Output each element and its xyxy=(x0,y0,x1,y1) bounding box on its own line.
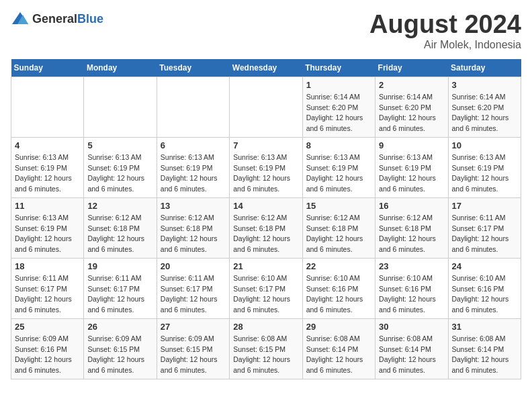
calendar-cell xyxy=(157,77,229,137)
day-header-wednesday: Wednesday xyxy=(230,59,302,77)
calendar-cell: 24Sunrise: 6:10 AM Sunset: 6:16 PM Dayli… xyxy=(448,258,521,318)
day-number: 20 xyxy=(161,261,226,271)
calendar-cell: 22Sunrise: 6:10 AM Sunset: 6:16 PM Dayli… xyxy=(302,258,375,318)
calendar-cell: 28Sunrise: 6:08 AM Sunset: 6:15 PM Dayli… xyxy=(230,318,302,379)
calendar-cell: 6Sunrise: 6:13 AM Sunset: 6:19 PM Daylig… xyxy=(157,137,229,197)
calendar-cell: 31Sunrise: 6:08 AM Sunset: 6:14 PM Dayli… xyxy=(448,318,521,379)
day-info: Sunrise: 6:10 AM Sunset: 6:16 PM Dayligh… xyxy=(306,273,371,316)
calendar-cell: 25Sunrise: 6:09 AM Sunset: 6:16 PM Dayli… xyxy=(11,318,84,379)
logo-text-general: General xyxy=(32,12,77,26)
title-block: August 2024 Air Molek, Indonesia xyxy=(369,11,521,51)
calendar-cell xyxy=(84,77,157,137)
day-number: 28 xyxy=(233,322,298,332)
calendar-cell xyxy=(230,77,302,137)
calendar-cell xyxy=(11,77,84,137)
day-number: 31 xyxy=(452,322,517,332)
calendar-cell: 14Sunrise: 6:12 AM Sunset: 6:18 PM Dayli… xyxy=(230,197,302,258)
day-info: Sunrise: 6:11 AM Sunset: 6:17 PM Dayligh… xyxy=(452,213,517,255)
day-info: Sunrise: 6:13 AM Sunset: 6:19 PM Dayligh… xyxy=(15,152,80,195)
logo: GeneralBlue xyxy=(11,11,103,27)
day-info: Sunrise: 6:12 AM Sunset: 6:18 PM Dayligh… xyxy=(233,213,298,255)
calendar-cell: 29Sunrise: 6:08 AM Sunset: 6:14 PM Dayli… xyxy=(302,318,375,379)
calendar-cell: 10Sunrise: 6:13 AM Sunset: 6:19 PM Dayli… xyxy=(448,137,521,197)
day-number: 4 xyxy=(15,140,80,150)
day-info: Sunrise: 6:13 AM Sunset: 6:19 PM Dayligh… xyxy=(87,152,152,195)
day-number: 15 xyxy=(306,201,371,211)
day-number: 14 xyxy=(233,201,298,211)
calendar-week-row: 11Sunrise: 6:13 AM Sunset: 6:19 PM Dayli… xyxy=(11,197,521,258)
day-info: Sunrise: 6:10 AM Sunset: 6:16 PM Dayligh… xyxy=(452,273,517,316)
day-number: 24 xyxy=(452,261,517,271)
calendar-cell: 5Sunrise: 6:13 AM Sunset: 6:19 PM Daylig… xyxy=(84,137,157,197)
day-header-tuesday: Tuesday xyxy=(157,59,229,77)
calendar-table: SundayMondayTuesdayWednesdayThursdayFrid… xyxy=(11,59,521,379)
day-number: 1 xyxy=(306,80,371,90)
day-number: 26 xyxy=(87,322,152,332)
day-number: 23 xyxy=(379,261,444,271)
calendar-cell: 21Sunrise: 6:10 AM Sunset: 6:17 PM Dayli… xyxy=(230,258,302,318)
day-info: Sunrise: 6:09 AM Sunset: 6:16 PM Dayligh… xyxy=(15,334,80,376)
calendar-cell: 8Sunrise: 6:13 AM Sunset: 6:19 PM Daylig… xyxy=(302,137,375,197)
day-info: Sunrise: 6:08 AM Sunset: 6:14 PM Dayligh… xyxy=(379,334,444,376)
calendar-cell: 16Sunrise: 6:12 AM Sunset: 6:18 PM Dayli… xyxy=(375,197,448,258)
logo-text-blue: Blue xyxy=(77,12,103,26)
page-subtitle: Air Molek, Indonesia xyxy=(369,39,521,51)
calendar-cell: 20Sunrise: 6:11 AM Sunset: 6:17 PM Dayli… xyxy=(157,258,229,318)
day-number: 2 xyxy=(379,80,444,90)
day-number: 12 xyxy=(87,201,152,211)
day-number: 3 xyxy=(452,80,517,90)
calendar-cell: 30Sunrise: 6:08 AM Sunset: 6:14 PM Dayli… xyxy=(375,318,448,379)
calendar-week-row: 18Sunrise: 6:11 AM Sunset: 6:17 PM Dayli… xyxy=(11,258,521,318)
day-header-saturday: Saturday xyxy=(448,59,521,77)
day-number: 30 xyxy=(379,322,444,332)
day-info: Sunrise: 6:10 AM Sunset: 6:16 PM Dayligh… xyxy=(379,273,444,316)
calendar-cell: 1Sunrise: 6:14 AM Sunset: 6:20 PM Daylig… xyxy=(302,77,375,137)
day-info: Sunrise: 6:13 AM Sunset: 6:19 PM Dayligh… xyxy=(233,152,298,195)
day-info: Sunrise: 6:12 AM Sunset: 6:18 PM Dayligh… xyxy=(379,213,444,255)
day-number: 29 xyxy=(306,322,371,332)
calendar-cell: 7Sunrise: 6:13 AM Sunset: 6:19 PM Daylig… xyxy=(230,137,302,197)
day-header-sunday: Sunday xyxy=(11,59,84,77)
day-number: 8 xyxy=(306,140,371,150)
day-info: Sunrise: 6:13 AM Sunset: 6:19 PM Dayligh… xyxy=(306,152,371,195)
logo-icon xyxy=(11,11,30,27)
day-number: 6 xyxy=(161,140,226,150)
calendar-cell: 3Sunrise: 6:14 AM Sunset: 6:20 PM Daylig… xyxy=(448,77,521,137)
calendar-cell: 17Sunrise: 6:11 AM Sunset: 6:17 PM Dayli… xyxy=(448,197,521,258)
calendar-cell: 11Sunrise: 6:13 AM Sunset: 6:19 PM Dayli… xyxy=(11,197,84,258)
day-number: 13 xyxy=(161,201,226,211)
day-number: 11 xyxy=(15,201,80,211)
day-number: 19 xyxy=(87,261,152,271)
calendar-cell: 9Sunrise: 6:13 AM Sunset: 6:19 PM Daylig… xyxy=(375,137,448,197)
day-info: Sunrise: 6:13 AM Sunset: 6:19 PM Dayligh… xyxy=(15,213,80,255)
calendar-cell: 19Sunrise: 6:11 AM Sunset: 6:17 PM Dayli… xyxy=(84,258,157,318)
day-header-monday: Monday xyxy=(84,59,157,77)
day-info: Sunrise: 6:08 AM Sunset: 6:14 PM Dayligh… xyxy=(306,334,371,376)
page-header: GeneralBlue August 2024 Air Molek, Indon… xyxy=(11,11,521,51)
day-number: 10 xyxy=(452,140,517,150)
day-number: 21 xyxy=(233,261,298,271)
day-number: 17 xyxy=(452,201,517,211)
calendar-cell: 12Sunrise: 6:12 AM Sunset: 6:18 PM Dayli… xyxy=(84,197,157,258)
page-title: August 2024 xyxy=(369,11,521,39)
calendar-cell: 27Sunrise: 6:09 AM Sunset: 6:15 PM Dayli… xyxy=(157,318,229,379)
day-info: Sunrise: 6:14 AM Sunset: 6:20 PM Dayligh… xyxy=(452,92,517,134)
calendar-cell: 2Sunrise: 6:14 AM Sunset: 6:20 PM Daylig… xyxy=(375,77,448,137)
day-number: 9 xyxy=(379,140,444,150)
calendar-cell: 15Sunrise: 6:12 AM Sunset: 6:18 PM Dayli… xyxy=(302,197,375,258)
calendar-cell: 4Sunrise: 6:13 AM Sunset: 6:19 PM Daylig… xyxy=(11,137,84,197)
day-info: Sunrise: 6:11 AM Sunset: 6:17 PM Dayligh… xyxy=(161,273,226,316)
day-info: Sunrise: 6:09 AM Sunset: 6:15 PM Dayligh… xyxy=(161,334,226,376)
day-number: 25 xyxy=(15,322,80,332)
day-info: Sunrise: 6:14 AM Sunset: 6:20 PM Dayligh… xyxy=(379,92,444,134)
day-info: Sunrise: 6:12 AM Sunset: 6:18 PM Dayligh… xyxy=(306,213,371,255)
day-info: Sunrise: 6:12 AM Sunset: 6:18 PM Dayligh… xyxy=(87,213,152,255)
calendar-cell: 26Sunrise: 6:09 AM Sunset: 6:15 PM Dayli… xyxy=(84,318,157,379)
day-info: Sunrise: 6:08 AM Sunset: 6:14 PM Dayligh… xyxy=(452,334,517,376)
day-number: 5 xyxy=(87,140,152,150)
calendar-week-row: 4Sunrise: 6:13 AM Sunset: 6:19 PM Daylig… xyxy=(11,137,521,197)
day-info: Sunrise: 6:11 AM Sunset: 6:17 PM Dayligh… xyxy=(87,273,152,316)
day-info: Sunrise: 6:12 AM Sunset: 6:18 PM Dayligh… xyxy=(161,213,226,255)
day-number: 22 xyxy=(306,261,371,271)
day-header-thursday: Thursday xyxy=(302,59,375,77)
